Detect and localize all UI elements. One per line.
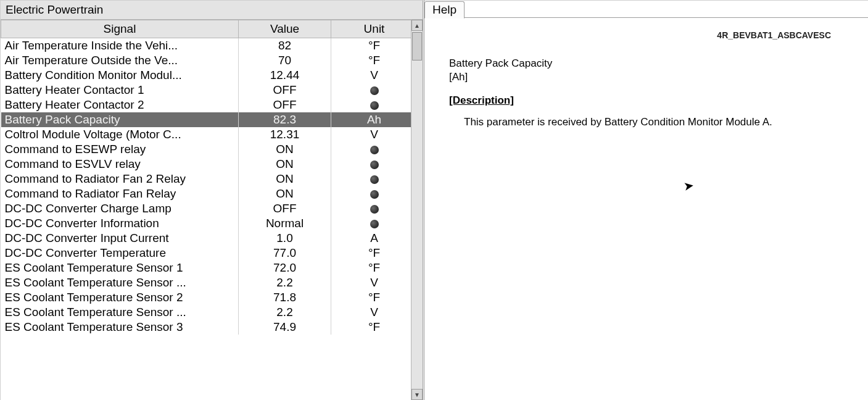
cell-signal: Battery Pack Capacity [1, 112, 239, 127]
table-row[interactable]: DC-DC Converter Charge LampOFF [1, 201, 411, 216]
col-value-header[interactable]: Value [239, 20, 331, 38]
tab-bar: Help [424, 1, 868, 18]
cell-value: ON [239, 186, 331, 201]
table-row[interactable]: DC-DC Converter Input Current1.0A [1, 231, 411, 246]
status-led-icon [370, 205, 379, 214]
cell-unit: °F [331, 246, 411, 260]
cell-signal: DC-DC Converter Input Current [1, 231, 239, 246]
cell-value: Normal [239, 216, 331, 231]
cell-signal: Command to Radiator Fan 2 Relay [1, 172, 239, 186]
table-row[interactable]: ES Coolant Temperature Sensor ...2.2V [1, 305, 411, 320]
table-row[interactable]: Air Temperature Inside the Vehi...82°F [1, 38, 411, 54]
cell-value: OFF [239, 83, 331, 98]
status-led-icon [370, 86, 379, 95]
table-row[interactable]: ES Coolant Temperature Sensor 271.8°F [1, 290, 411, 305]
cell-unit: °F [331, 260, 411, 275]
cell-value: 82.3 [239, 112, 331, 127]
cell-signal: ES Coolant Temperature Sensor 1 [1, 260, 239, 275]
cell-unit [331, 172, 411, 186]
cell-value: OFF [239, 98, 331, 112]
cell-value: 74.9 [239, 320, 331, 335]
status-led-icon [370, 220, 379, 228]
cell-value: ON [239, 172, 331, 186]
cell-signal: ES Coolant Temperature Sensor 3 [1, 320, 239, 335]
table-row[interactable]: ES Coolant Temperature Sensor 172.0°F [1, 260, 411, 275]
help-description-text: This parameter is received by Battery Co… [449, 115, 785, 130]
cell-signal: DC-DC Converter Charge Lamp [1, 201, 239, 216]
cell-signal: ES Coolant Temperature Sensor 2 [1, 290, 239, 305]
app-root: Electric Powertrain Signal Value Unit Ai… [0, 0, 868, 400]
cell-signal: DC-DC Converter Information [1, 216, 239, 231]
table-row[interactable]: ES Coolant Temperature Sensor 374.9°F [1, 320, 411, 335]
help-description-heading: [Description] [449, 94, 843, 107]
cell-unit: Ah [331, 112, 411, 127]
cell-signal: DC-DC Converter Temperature [1, 246, 239, 260]
cell-unit: °F [331, 53, 411, 68]
cell-value: 77.0 [239, 246, 331, 260]
table-header-row: Signal Value Unit [1, 20, 411, 38]
table-row[interactable]: Command to Radiator Fan 2 RelayON [1, 172, 411, 186]
signals-pane: Electric Powertrain Signal Value Unit Ai… [0, 0, 424, 400]
cell-signal: Air Temperature Inside the Vehi... [1, 38, 239, 54]
cell-unit [331, 83, 411, 98]
cell-unit [331, 157, 411, 172]
help-param-name: Battery Pack Capacity [449, 57, 843, 70]
table-row[interactable]: DC-DC Converter Temperature77.0°F [1, 246, 411, 260]
help-body: 4R_BEVBAT1_ASBCAVESC Battery Pack Capaci… [424, 18, 868, 142]
status-led-icon [370, 190, 379, 199]
scroll-up-button[interactable]: ▲ [411, 20, 423, 31]
status-led-icon [370, 146, 379, 154]
tab-baseline [424, 17, 868, 18]
status-led-icon [370, 101, 379, 110]
cell-value: 2.2 [239, 275, 331, 290]
table-row[interactable]: ES Coolant Temperature Sensor ...2.2V [1, 275, 411, 290]
status-led-icon [370, 160, 379, 169]
cell-signal: Battery Condition Monitor Modul... [1, 68, 239, 83]
cell-value: ON [239, 157, 331, 172]
cell-value: 70 [239, 53, 331, 68]
cell-unit [331, 216, 411, 231]
scroll-down-button[interactable]: ▼ [411, 389, 423, 400]
cell-value: ON [239, 142, 331, 157]
table-row[interactable]: Battery Condition Monitor Modul...12.44V [1, 68, 411, 83]
tab-help[interactable]: Help [424, 1, 465, 19]
cell-unit [331, 201, 411, 216]
cell-signal: ES Coolant Temperature Sensor ... [1, 305, 239, 320]
cell-unit: V [331, 305, 411, 320]
cell-unit: °F [331, 38, 411, 54]
table-row[interactable]: Command to ESEWP relayON [1, 142, 411, 157]
vertical-scrollbar[interactable]: ▲ ▼ [411, 20, 423, 400]
help-param-code: 4R_BEVBAT1_ASBCAVESC [449, 30, 843, 40]
cell-unit: °F [331, 320, 411, 335]
table-row[interactable]: Battery Heater Contactor 1OFF [1, 83, 411, 98]
cell-unit: V [331, 68, 411, 83]
cell-signal: Command to ESEWP relay [1, 142, 239, 157]
col-unit-header[interactable]: Unit [331, 20, 411, 38]
status-led-icon [370, 175, 379, 184]
table-row[interactable]: Air Temperature Outside the Ve...70°F [1, 53, 411, 68]
cell-unit: V [331, 127, 411, 142]
cell-signal: Air Temperature Outside the Ve... [1, 53, 239, 68]
cell-unit [331, 142, 411, 157]
table-row[interactable]: Battery Heater Contactor 2OFF [1, 98, 411, 112]
signals-table: Signal Value Unit Air Temperature Inside… [1, 20, 411, 335]
help-pane: Help 4R_BEVBAT1_ASBCAVESC Battery Pack C… [424, 0, 868, 400]
col-signal-header[interactable]: Signal [1, 20, 239, 38]
cell-unit [331, 98, 411, 112]
pane-title: Electric Powertrain [1, 1, 423, 20]
cell-unit: A [331, 231, 411, 246]
table-row[interactable]: DC-DC Converter InformationNormal [1, 216, 411, 231]
cell-value: 1.0 [239, 231, 331, 246]
cell-unit [331, 186, 411, 201]
table-row[interactable]: Battery Pack Capacity82.3Ah [1, 112, 411, 127]
table-row[interactable]: Command to Radiator Fan RelayON [1, 186, 411, 201]
scroll-thumb[interactable] [412, 32, 422, 60]
table-row[interactable]: Coltrol Module Voltage (Motor C...12.31V [1, 127, 411, 142]
cell-signal: Battery Heater Contactor 2 [1, 98, 239, 112]
mouse-cursor-icon: ➤ [682, 178, 695, 194]
cell-value: 82 [239, 38, 331, 54]
grid-wrap: Signal Value Unit Air Temperature Inside… [1, 20, 423, 400]
cell-value: 71.8 [239, 290, 331, 305]
cell-unit: °F [331, 290, 411, 305]
table-row[interactable]: Command to ESVLV relayON [1, 157, 411, 172]
